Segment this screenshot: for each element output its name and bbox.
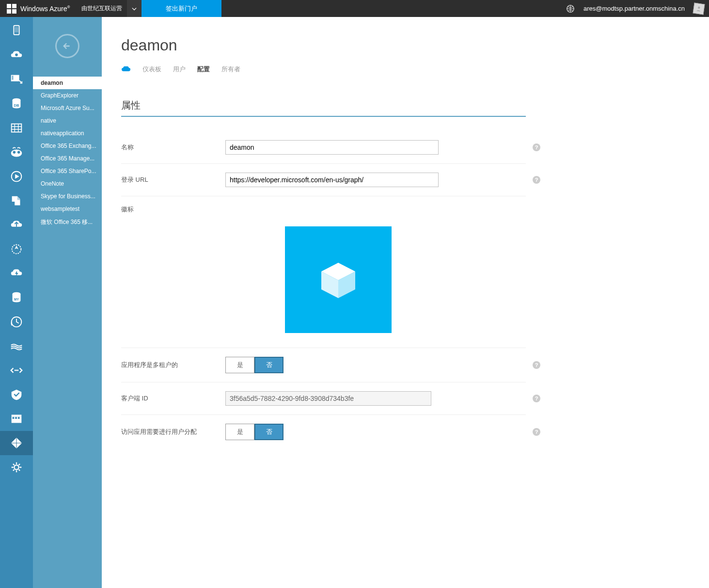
svg-rect-11 (12, 124, 22, 132)
nav-scheduler-icon[interactable] (0, 310, 33, 334)
sidebar-item-azure-su[interactable]: Microsoft Azure Su... (33, 102, 102, 114)
nav-settings-icon[interactable] (0, 455, 33, 479)
input-client-id (225, 391, 431, 406)
nav-table-icon[interactable] (0, 116, 33, 140)
azure-logo: Windows Azure® (0, 4, 77, 14)
help-icon[interactable]: ? (533, 395, 540, 402)
svg-rect-26 (18, 417, 20, 419)
row-client-id: 客户端 ID ? (121, 382, 526, 415)
toggle-multitenant-no[interactable]: 否 (254, 357, 284, 373)
sidebar-item-onenote[interactable]: OneNote (33, 177, 102, 190)
sidebar-item-skype[interactable]: Skype for Business... (33, 190, 102, 203)
arrow-left-icon (62, 41, 73, 51)
nav-media-icon[interactable] (0, 164, 33, 189)
label-client-id: 客户端 ID (121, 394, 225, 403)
label-name: 名称 (121, 143, 225, 152)
nav-marketplace-icon[interactable] (0, 407, 33, 431)
svg-point-4 (15, 53, 18, 56)
help-icon[interactable]: ? (533, 143, 540, 151)
svg-rect-24 (13, 417, 15, 419)
tab-users[interactable]: 用户 (173, 65, 186, 74)
windows-logo-icon (7, 4, 16, 14)
label-logo: 徽标 (121, 205, 225, 214)
operator-text: 由世纪互联运营 (77, 4, 127, 13)
side-panel: deamon GraphExplorer Microsoft Azure Su.… (33, 17, 102, 588)
row-logo: 徽标 (121, 196, 526, 222)
svg-rect-3 (15, 27, 18, 32)
left-nav-strip: DB MY (0, 17, 33, 588)
cube-icon (314, 255, 362, 304)
nav-activedirectory-icon[interactable] (0, 431, 33, 455)
tab-owners[interactable]: 所有者 (221, 65, 240, 74)
svg-point-14 (17, 151, 20, 154)
back-button[interactable] (55, 34, 79, 58)
tab-dashboard[interactable]: 仪表板 (142, 65, 161, 74)
toggle-multitenant-yes[interactable]: 是 (225, 357, 254, 373)
svg-rect-6 (12, 76, 14, 77)
sidebar-item-graphexplorer[interactable]: GraphExplorer (33, 89, 102, 102)
topbar: Windows Azure® 由世纪互联运营 签出新门户 ares@modtsp… (0, 0, 709, 17)
row-multitenant: 应用程序是多租户的 是 否 ? (121, 348, 526, 382)
tab-config[interactable]: 配置 (197, 65, 210, 74)
nav-servicebus-icon[interactable] (0, 189, 33, 213)
svg-point-1 (698, 6, 700, 9)
toggle-multitenant: 是 否 (225, 357, 526, 373)
nav-api-icon[interactable] (0, 358, 33, 382)
nav-mobile-icon[interactable] (0, 19, 33, 43)
nav-hdinsight-icon[interactable] (0, 140, 33, 164)
nav-database-icon[interactable]: DB (0, 92, 33, 116)
nav-cloud-bolt-icon[interactable] (0, 261, 33, 286)
label-user-assignment: 访问应用需要进行用户分配 (121, 428, 225, 436)
nav-automation-icon[interactable] (0, 237, 33, 261)
svg-point-13 (13, 151, 16, 154)
svg-rect-7 (12, 77, 14, 78)
nav-traffic-icon[interactable] (0, 334, 33, 358)
svg-point-22 (17, 370, 18, 371)
sidebar-item-o365-cn[interactable]: 微软 Office 365 移... (33, 215, 102, 229)
app-logo-tile[interactable] (285, 226, 392, 333)
sidebar-item-nativeapplication[interactable]: nativeapplication (33, 127, 102, 140)
nav-mysql-icon[interactable]: MY (0, 286, 33, 310)
row-signon-url: 登录 URL ? (121, 164, 526, 196)
sidebar-item-websampletest[interactable]: websampletest (33, 203, 102, 215)
svg-point-28 (14, 465, 18, 469)
nav-cloud-settings-icon[interactable] (0, 43, 33, 67)
svg-text:DB: DB (14, 103, 19, 108)
chevron-down-icon (132, 6, 137, 11)
tabs: 仪表板 用户 配置 所有者 (121, 65, 686, 74)
new-portal-button[interactable]: 签出新门户 (142, 0, 221, 17)
cloud-icon (121, 65, 131, 74)
toggle-userassign-no[interactable]: 否 (254, 424, 284, 440)
topbar-dropdown[interactable] (127, 0, 142, 17)
svg-point-12 (11, 149, 22, 157)
globe-icon[interactable] (566, 4, 575, 13)
svg-rect-25 (15, 417, 17, 419)
row-user-assignment: 访问应用需要进行用户分配 是 否 ? (121, 415, 526, 449)
svg-rect-8 (12, 79, 14, 79)
help-icon[interactable]: ? (533, 361, 540, 369)
brand-text: Windows Azure® (20, 5, 70, 13)
help-icon[interactable]: ? (533, 176, 540, 184)
svg-text:MY: MY (14, 298, 19, 301)
toggle-userassign-yes[interactable]: 是 (225, 424, 254, 440)
sidebar-item-o365-exchange[interactable]: Office 365 Exchang... (33, 140, 102, 152)
avatar[interactable] (693, 2, 705, 15)
nav-recovery-icon[interactable] (0, 382, 33, 407)
help-icon[interactable]: ? (533, 428, 540, 436)
svg-point-21 (16, 370, 17, 371)
nav-cdn-icon[interactable] (0, 67, 33, 92)
sidebar-item-o365-manage[interactable]: Office 365 Manage... (33, 152, 102, 165)
nav-cloud-sync-icon[interactable] (0, 213, 33, 237)
page-title: deamon (121, 36, 686, 54)
label-multitenant: 应用程序是多租户的 (121, 361, 225, 369)
section-properties-title: 属性 (121, 99, 526, 117)
sidebar-item-deamon[interactable]: deamon (33, 77, 102, 89)
sidebar-item-native[interactable]: native (33, 114, 102, 127)
user-email[interactable]: ares@modtsp.partner.onmschina.cn (583, 5, 685, 12)
input-signon-url[interactable] (225, 173, 439, 187)
avatar-icon (695, 5, 702, 12)
content-area: deamon 仪表板 用户 配置 所有者 属性 名称 ? 登录 URL ? 徽标 (102, 17, 709, 588)
sidebar-item-o365-sharepoint[interactable]: Office 365 SharePo... (33, 165, 102, 177)
input-name[interactable] (225, 140, 439, 155)
row-name: 名称 ? (121, 131, 526, 164)
